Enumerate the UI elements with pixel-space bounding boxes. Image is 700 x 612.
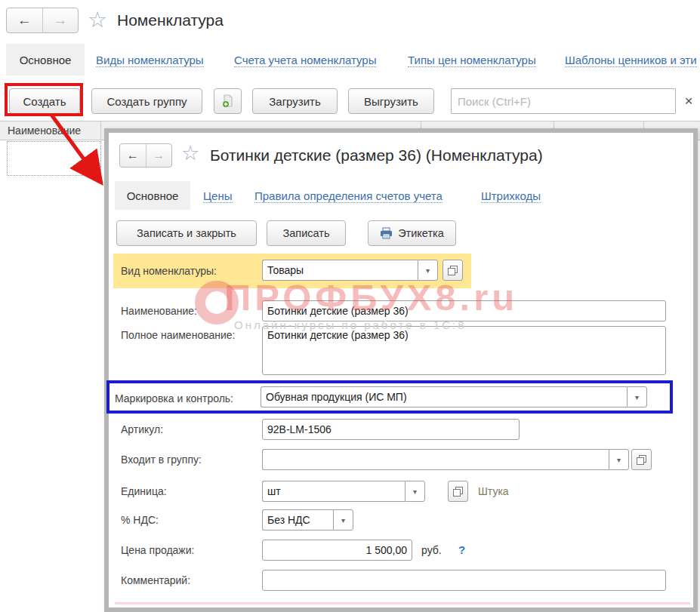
save-button[interactable]: Записать [267, 220, 346, 246]
field-label-kind: Вид номенклатуры: [121, 265, 217, 277]
price-input[interactable] [262, 540, 412, 561]
kind-dropdown-icon[interactable]: ▾ [418, 260, 438, 281]
tab-shablony-cennikov[interactable]: Шаблоны ценников и эти [565, 54, 697, 67]
back-button[interactable]: ← [7, 8, 42, 32]
field-label-name: Наименование: [121, 305, 197, 317]
unload-button[interactable]: Выгрузить [348, 88, 434, 114]
page-title: Номенклатура [117, 11, 224, 29]
tab-scheta-ucheta[interactable]: Счета учета номенклатуры [234, 54, 376, 67]
group-open-button[interactable] [631, 449, 652, 470]
vat-combo: ▾ [262, 509, 353, 531]
annotation-blue-box-marking [106, 380, 673, 414]
article-input[interactable] [262, 419, 520, 440]
field-label-price: Цена продажи: [121, 544, 194, 556]
unit-dropdown-icon[interactable]: ▾ [405, 481, 425, 502]
document-add-icon [221, 94, 235, 108]
unit-hint-text: Штука [478, 485, 509, 497]
save-and-close-button[interactable]: Записать и закрыть [116, 220, 257, 246]
favorite-star-icon[interactable]: ☆ [88, 9, 107, 31]
back-arrow-icon: ← [17, 12, 32, 29]
dialog-title: Ботинки детские (размер 36) (Номенклатур… [210, 146, 543, 165]
unit-input[interactable] [262, 481, 405, 502]
annotation-red-arrow [30, 106, 151, 196]
price-help-icon[interactable]: ? [458, 543, 465, 556]
history-nav-group: ← → [6, 8, 79, 33]
open-list-icon [453, 487, 463, 497]
forward-arrow-icon: → [153, 149, 165, 162]
forward-button[interactable]: → [42, 8, 79, 32]
search-clear-icon[interactable]: × [677, 88, 700, 114]
item-dialog: ← → ☆ Ботинки детские (размер 36) (Номен… [104, 128, 698, 612]
full-name-textarea[interactable]: Ботинки детские (размер 36) [262, 326, 666, 375]
group-input[interactable] [262, 449, 609, 470]
field-label-unit: Единица: [121, 485, 167, 497]
field-label-vat: % НДС: [121, 514, 159, 526]
open-list-icon [448, 266, 458, 275]
tab-osnovnoe[interactable]: Основное [6, 44, 85, 75]
search-input[interactable] [451, 88, 676, 114]
group-combo: ▾ [262, 449, 629, 470]
kind-combo: ▾ [262, 260, 438, 281]
field-label-full-name: Полное наименование: [121, 329, 235, 341]
field-label-group: Входит в группу: [121, 454, 202, 466]
price-currency-text: руб. [421, 544, 442, 556]
field-label-article: Артикул: [121, 423, 163, 435]
unit-combo: ▾ [262, 481, 425, 502]
copy-item-button[interactable] [214, 88, 242, 114]
vat-dropdown-icon[interactable]: ▾ [333, 509, 353, 531]
label-print-button[interactable]: Этикетка [368, 220, 456, 246]
unit-open-button[interactable] [448, 481, 468, 502]
comment-input[interactable] [262, 570, 666, 591]
group-dropdown-icon[interactable]: ▾ [609, 449, 629, 470]
tab-tipy-cen[interactable]: Типы цен номенклатуры [408, 54, 536, 67]
field-label-comment: Комментарий: [121, 574, 190, 586]
open-list-icon [637, 455, 646, 465]
kind-open-button[interactable] [443, 260, 463, 281]
dialog-favorite-star-icon[interactable]: ☆ [181, 143, 199, 164]
forward-arrow-icon: → [53, 12, 67, 29]
app-window: ← → ☆ Номенклатура Основное Виды номенкл… [0, 0, 700, 612]
load-button[interactable]: Загрузить [252, 88, 338, 114]
dialog-tab-pravila[interactable]: Правила определения счетов учета [254, 189, 443, 203]
tab-vidy-nomenklatury[interactable]: Виды номенклатуры [96, 54, 204, 67]
name-input[interactable] [262, 300, 666, 321]
kind-input[interactable] [262, 260, 418, 281]
vat-input[interactable] [262, 509, 333, 531]
printer-icon [380, 227, 393, 239]
dialog-tab-ceny[interactable]: Цены [203, 189, 233, 203]
dialog-tab-shtrihkody[interactable]: Штрихкоды [481, 189, 541, 203]
